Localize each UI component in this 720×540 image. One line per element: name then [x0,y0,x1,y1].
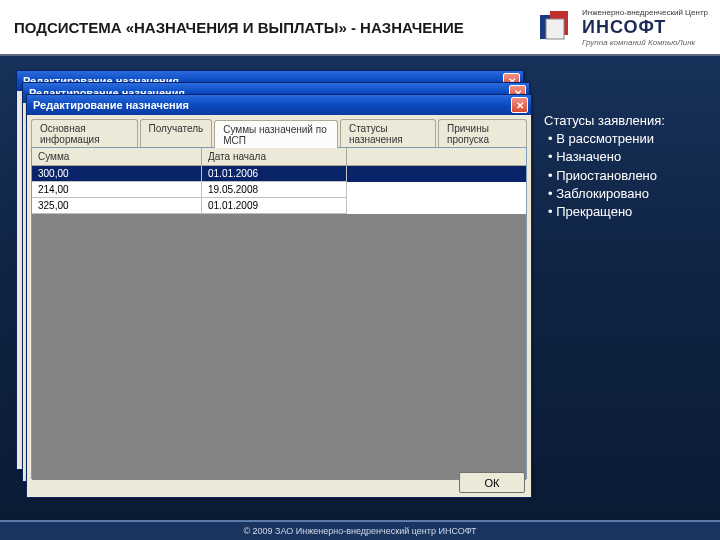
grid-header: Сумма Дата начала [32,148,526,166]
tab-skip-reasons[interactable]: Причины пропуска [438,119,527,147]
tab-strip: Основная информация Получатель Суммы наз… [27,115,531,147]
status-item: Прекращено [548,203,665,221]
window-title: Редактирование назначения [33,99,189,111]
cell-date: 19.05.2008 [202,182,347,198]
logo: Инженерно-внедренческий Центр ИНСОФТ Гру… [536,7,720,47]
svg-rect-2 [546,19,564,39]
status-item: Назначено [548,148,665,166]
logo-line1: Инженерно-внедренческий Центр [582,8,708,17]
close-icon[interactable]: ✕ [511,97,528,113]
cell-date: 01.01.2006 [202,166,347,182]
column-date[interactable]: Дата начала [202,148,347,165]
cell-sum: 300,00 [32,166,202,182]
grid-body: 300,00 01.01.2006 214,00 19.05.2008 325,… [32,166,526,480]
copyright: © 2009 ЗАО Инженерно-внедренческий центр… [243,526,476,536]
ok-button[interactable]: ОК [459,472,525,493]
legend-heading: Статусы заявления: [544,112,665,130]
titlebar[interactable]: Редактирование назначения ✕ [27,95,531,115]
status-item: Заблокировано [548,185,665,203]
work-area: Редактирование назначения✕ Редактировани… [16,70,532,500]
logo-line2: ИНСОФТ [582,17,708,38]
tab-main-info[interactable]: Основная информация [31,119,138,147]
status-item: В рассмотрении [548,130,665,148]
slide-header: ПОДСИСТЕМА «НАЗНАЧЕНИЯ И ВЫПЛАТЫ» - НАЗН… [0,0,720,56]
logo-icon [536,7,576,47]
footer: © 2009 ЗАО Инженерно-внедренческий центр… [0,520,720,540]
table-row[interactable]: 214,00 19.05.2008 [32,182,526,198]
table-row[interactable]: 325,00 01.01.2009 [32,198,526,214]
cell-sum: 325,00 [32,198,202,214]
tab-statuses[interactable]: Статусы назначения [340,119,436,147]
tab-amounts-msp[interactable]: Суммы назначений по МСП [214,120,338,148]
status-item: Приостановлено [548,167,665,185]
column-sum[interactable]: Сумма [32,148,202,165]
cell-date: 01.01.2009 [202,198,347,214]
page-title: ПОДСИСТЕМА «НАЗНАЧЕНИЯ И ВЫПЛАТЫ» - НАЗН… [0,19,536,36]
tab-recipient[interactable]: Получатель [140,119,213,147]
logo-line3: Группа компаний КомпьюЛинк [582,38,708,47]
dialog-window: Редактирование назначения ✕ Основная инф… [26,94,532,498]
data-grid[interactable]: Сумма Дата начала 300,00 01.01.2006 214,… [31,147,527,479]
cell-sum: 214,00 [32,182,202,198]
table-row[interactable]: 300,00 01.01.2006 [32,166,526,182]
status-legend: Статусы заявления: В рассмотрении Назнач… [544,112,665,221]
